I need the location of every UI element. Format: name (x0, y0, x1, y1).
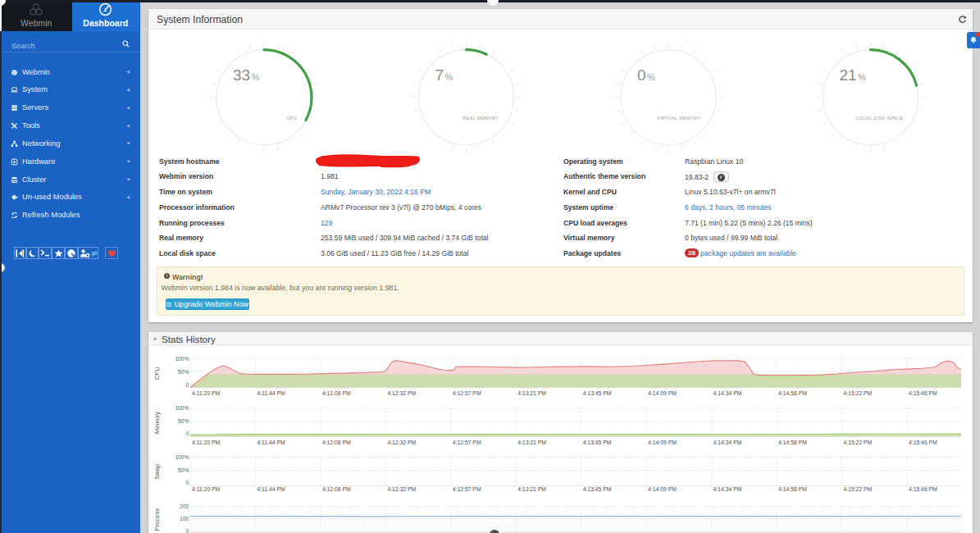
svg-text:50%: 50% (178, 369, 189, 375)
svg-text:4:12:32 PM: 4:12:32 PM (387, 440, 416, 445)
svg-text:CPU: CPU (153, 367, 161, 380)
svg-text:50%: 50% (178, 467, 189, 473)
svg-text:100: 100 (180, 516, 189, 522)
svg-text:4:13:21 PM: 4:13:21 PM (517, 390, 546, 396)
svg-text:4:13:21 PM: 4:13:21 PM (517, 440, 546, 445)
svg-text:50%: 50% (178, 418, 189, 424)
svg-text:4:12:08 PM: 4:12:08 PM (322, 486, 351, 492)
svg-text:4:15:22 PM: 4:15:22 PM (844, 486, 873, 492)
svg-text:4:13:45 PM: 4:13:45 PM (583, 486, 612, 492)
svg-text:4:11:44 PM: 4:11:44 PM (257, 486, 285, 492)
svg-text:4:11:20 PM: 4:11:20 PM (192, 440, 221, 445)
svg-text:100%: 100% (175, 356, 189, 362)
svg-text:100%: 100% (175, 454, 189, 460)
svg-text:4:12:32 PM: 4:12:32 PM (387, 390, 416, 396)
svg-text:4:15:46 PM: 4:15:46 PM (909, 440, 937, 445)
svg-text:4:12:57 PM: 4:12:57 PM (453, 486, 481, 492)
svg-text:4:14:58 PM: 4:14:58 PM (778, 440, 807, 445)
svg-text:0: 0 (186, 480, 189, 485)
svg-text:4:12:32 PM: 4:12:32 PM (387, 486, 416, 492)
svg-text:4:12:57 PM: 4:12:57 PM (453, 440, 481, 445)
svg-text:4:14:34 PM: 4:14:34 PM (713, 440, 742, 445)
svg-text:4:15:46 PM: 4:15:46 PM (909, 486, 937, 492)
svg-text:4:11:44 PM: 4:11:44 PM (257, 390, 285, 396)
svg-text:4:14:34 PM: 4:14:34 PM (713, 486, 742, 492)
svg-text:4:11:20 PM: 4:11:20 PM (192, 390, 221, 396)
svg-text:4:13:45 PM: 4:13:45 PM (583, 440, 612, 445)
svg-text:4:14:09 PM: 4:14:09 PM (648, 440, 677, 445)
svg-text:4:14:34 PM: 4:14:34 PM (713, 390, 742, 396)
svg-text:4:12:57 PM: 4:12:57 PM (453, 390, 481, 396)
svg-text:Memory: Memory (153, 412, 161, 434)
svg-text:4:14:58 PM: 4:14:58 PM (778, 390, 807, 396)
svg-text:4:15:46 PM: 4:15:46 PM (909, 390, 937, 396)
svg-text:4:13:45 PM: 4:13:45 PM (583, 390, 612, 396)
svg-text:Process: Process (153, 508, 161, 531)
svg-text:200: 200 (180, 503, 189, 509)
svg-text:4:14:09 PM: 4:14:09 PM (648, 486, 677, 492)
svg-text:4:12:08 PM: 4:12:08 PM (322, 440, 351, 445)
svg-text:100%: 100% (175, 405, 189, 411)
svg-text:4:11:44 PM: 4:11:44 PM (257, 440, 285, 445)
svg-text:4:14:09 PM: 4:14:09 PM (648, 390, 677, 396)
svg-text:0: 0 (186, 528, 189, 533)
svg-text:Swap: Swap (153, 464, 161, 480)
svg-text:4:15:22 PM: 4:15:22 PM (844, 390, 873, 396)
svg-text:4:14:58 PM: 4:14:58 PM (778, 486, 807, 492)
svg-text:4:11:20 PM: 4:11:20 PM (192, 486, 221, 492)
svg-text:0: 0 (186, 382, 189, 388)
svg-text:4:12:08 PM: 4:12:08 PM (322, 390, 351, 396)
svg-text:4:15:22 PM: 4:15:22 PM (844, 440, 873, 445)
svg-text:4:13:21 PM: 4:13:21 PM (517, 486, 546, 492)
svg-text:0: 0 (186, 430, 189, 436)
